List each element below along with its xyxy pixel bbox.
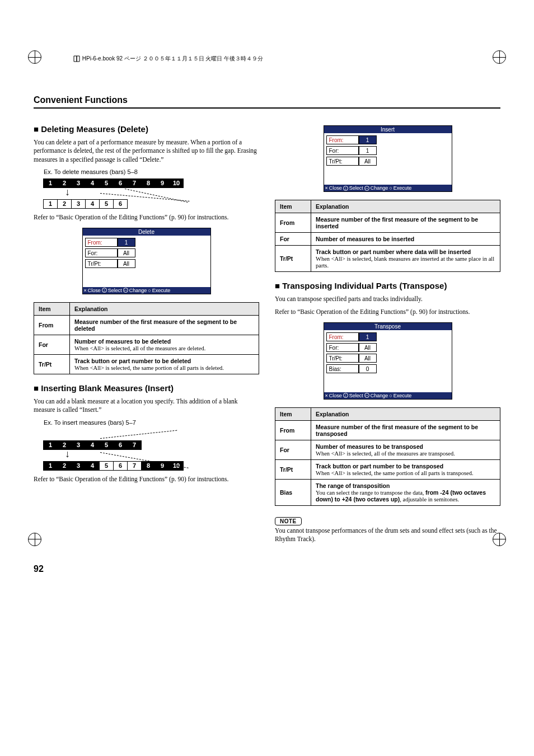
dialog-footer: × Close ↕Select ↔Change ○Execute <box>83 287 210 294</box>
td-item: From <box>275 420 311 440</box>
td-expl: Measure number of the first measure of t… <box>311 213 500 233</box>
bar-cell: 2 <box>57 461 72 471</box>
td-item: For <box>34 335 70 354</box>
td-item: Tr/Pt <box>34 354 70 374</box>
transpose-body1: You can transpose specified parts and tr… <box>275 295 500 304</box>
td-expl: Measure number of the first measure of t… <box>311 420 500 440</box>
dialog-value: All <box>359 343 377 352</box>
dialog-label: For: <box>326 343 359 352</box>
bar-cell: 4 <box>85 199 100 209</box>
insert-table: ItemExplanation FromMeasure number of th… <box>275 200 500 272</box>
dialog-value: 0 <box>359 364 377 373</box>
insert-body: You can add a blank measure at a locatio… <box>34 397 259 415</box>
delete-ref: Refer to “Basic Operation of the Editing… <box>34 213 259 222</box>
dialog-value: All <box>118 248 135 257</box>
td-item: Tr/Pt <box>275 459 311 479</box>
note-label: NOTE <box>275 517 302 525</box>
dialog-value: All <box>359 354 377 363</box>
page-number: 92 <box>34 564 500 574</box>
delete-heading: ■ Deleting Measures (Delete) <box>34 124 259 135</box>
footer-change: Change <box>371 393 388 398</box>
bar-cell: 5 <box>99 461 114 471</box>
title-rule <box>34 107 500 109</box>
dialog-label: Tr/Pt: <box>326 354 359 363</box>
dialog-footer: × Close ↕Select ↔Change ○Execute <box>324 392 452 399</box>
footer-execute: Execute <box>152 288 171 293</box>
delete-body: You can delete a part of a performance m… <box>34 138 259 165</box>
transpose-heading: ■ Transposing Individual Parts (Transpos… <box>275 281 500 292</box>
footer-execute: Execute <box>394 185 412 191</box>
book-icon <box>73 55 81 63</box>
transpose-dialog: Transpose From:1 For:All Tr/Pt:All Bias:… <box>324 322 452 400</box>
delete-table: ItemExplanation FromMeasure number of th… <box>34 302 259 374</box>
td-item: Tr/Pt <box>275 246 311 272</box>
insert-ref: Refer to “Basic Operation of the Editing… <box>34 475 259 484</box>
transpose-ref: Refer to “Basic Operation of the Editing… <box>275 308 500 317</box>
dialog-label: Bias: <box>326 364 359 373</box>
bar-cell: 1 <box>43 199 58 209</box>
bar-cell: 6 <box>113 199 128 209</box>
insert-dialog: Insert From:1 For:1 Tr/Pt:All × Close ↕S… <box>324 125 452 192</box>
insert-diagram: 1 2 3 4 5 6 7 ↓ 1 2 3 4 5 6 7 8 9 <box>44 429 259 471</box>
td-expl: Track button or part number to be transp… <box>311 459 500 479</box>
footer-execute: Execute <box>394 393 412 398</box>
page-title: Convenient Functions <box>34 95 500 105</box>
delete-dialog: Delete From:1 For:All Tr/Pt:All × Close … <box>82 228 211 294</box>
th-item: Item <box>275 407 311 420</box>
dashed-line <box>100 430 177 438</box>
td-item: Bias <box>275 479 311 505</box>
bar-cell: 4 <box>85 461 100 471</box>
bar-cell: 8 <box>141 461 156 471</box>
dialog-value: All <box>118 259 135 268</box>
bar-cell: 6 <box>113 461 128 471</box>
dialog-label: From: <box>326 135 359 144</box>
td-item: For <box>275 440 311 459</box>
td-expl: Number of measures to be transposedWhen … <box>311 440 500 459</box>
arrow-down-icon: ↓ <box>65 187 259 197</box>
dialog-label: Tr/Pt: <box>326 157 359 166</box>
bar-cell: 7 <box>127 461 142 471</box>
footer-close: Close <box>88 288 101 293</box>
bar-cell: 3 <box>71 461 86 471</box>
bar-cell: 3 <box>71 199 86 209</box>
dialog-title: Insert <box>324 126 452 133</box>
dialog-label: From: <box>85 238 118 247</box>
arrow-down-icon: ↓ <box>65 449 259 459</box>
td-item: From <box>34 315 70 335</box>
dialog-value: 1 <box>359 146 377 155</box>
insert-heading: ■ Inserting Blank Measures (Insert) <box>34 383 259 394</box>
footer-close: Close <box>329 393 342 398</box>
th-item: Item <box>275 200 311 213</box>
bar-cell: 1 <box>43 461 58 471</box>
header-meta-text: HPi-6-e.book 92 ページ ２００５年１１月１５日 火曜日 午後３時… <box>82 55 263 62</box>
transpose-table: ItemExplanation FromMeasure number of th… <box>275 407 500 506</box>
bar-cell: 5 <box>99 199 114 209</box>
td-item: From <box>275 213 311 233</box>
dialog-value: 1 <box>359 332 377 341</box>
footer-close: Close <box>329 185 342 191</box>
td-expl: Measure number of the first measure of t… <box>70 315 259 335</box>
dialog-value: 1 <box>359 135 377 144</box>
dialog-value: 1 <box>118 238 135 247</box>
dialog-title: Delete <box>83 228 210 236</box>
insert-caption: Ex. To insert measures (bars) 5–7 <box>44 419 259 426</box>
td-expl: Track button or part number to be delete… <box>70 354 259 374</box>
delete-diagram: 1 2 3 4 5 6 7 8 9 10 ↓ 1 2 3 4 5 <box>44 179 259 209</box>
dialog-label: For: <box>326 146 359 155</box>
dialog-title: Transpose <box>324 323 452 330</box>
dialog-value: All <box>359 157 377 166</box>
footer-select: Select <box>349 185 363 191</box>
bar-cell: 2 <box>57 199 72 209</box>
delete-caption: Ex. To delete measures (bars) 5–8 <box>44 168 259 175</box>
print-header-meta: HPi-6-e.book 92 ページ ２００５年１１月１５日 火曜日 午後３時… <box>73 55 263 63</box>
th-expl: Explanation <box>311 407 500 420</box>
dialog-footer: × Close ↕Select ↔Change ○Execute <box>324 185 452 191</box>
dialog-label: For: <box>85 248 118 257</box>
dialog-label: Tr/Pt: <box>85 259 118 268</box>
td-item: For <box>275 233 311 246</box>
td-expl: Track button or part number where data w… <box>311 246 500 272</box>
footer-change: Change <box>371 185 388 191</box>
th-expl: Explanation <box>70 302 259 315</box>
footer-select: Select <box>349 393 363 398</box>
th-item: Item <box>34 302 70 315</box>
